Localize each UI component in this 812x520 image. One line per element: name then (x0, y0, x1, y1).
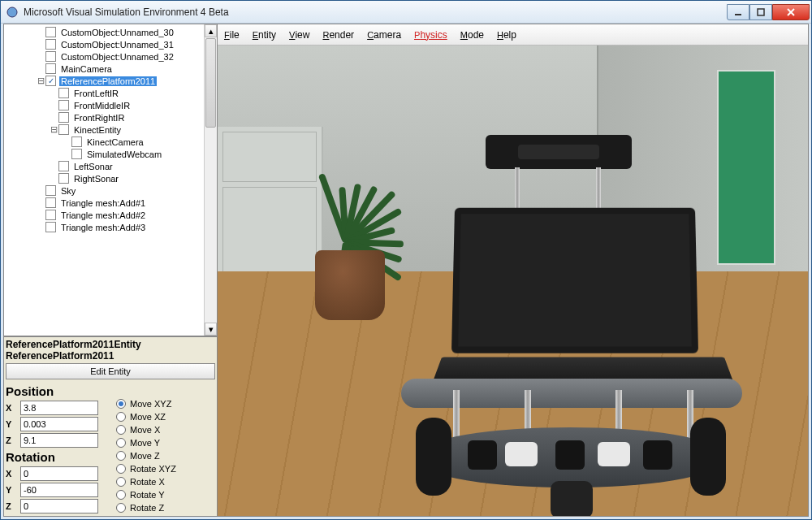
tree-item[interactable]: CustomObject:Unnamed_30 (4, 26, 217, 38)
move-mode-option[interactable]: Rotate Z (116, 501, 176, 514)
move-mode-option[interactable]: Move XZ (116, 410, 176, 423)
move-mode-option[interactable]: Move Z (116, 449, 176, 462)
move-mode-label: Move Y (130, 438, 160, 448)
sim-viewport[interactable] (218, 46, 808, 516)
menu-help[interactable]: Help (497, 29, 516, 41)
move-mode-option[interactable]: Rotate X (116, 475, 176, 488)
tree-item-label: ReferencePlatform2011 (59, 76, 157, 86)
tree-checkbox[interactable] (45, 51, 56, 62)
menu-render[interactable]: Render (322, 29, 354, 41)
tree-checkbox[interactable] (58, 161, 69, 171)
tree-item[interactable]: CustomObject:Unnamed_32 (4, 50, 217, 63)
move-mode-option[interactable]: Rotate XYZ (116, 462, 176, 475)
svg-rect-2 (758, 9, 764, 15)
radio-icon[interactable] (116, 477, 126, 487)
tree-item[interactable]: Sky (4, 184, 217, 197)
tree-checkbox[interactable] (71, 136, 82, 147)
menu-file[interactable]: File (224, 29, 240, 41)
radio-icon[interactable] (116, 399, 126, 409)
move-mode-option[interactable]: Move Y (116, 436, 176, 449)
tree-checkbox[interactable] (58, 173, 69, 184)
collapse-icon[interactable]: ⊟ (37, 76, 45, 86)
rotation-x-input[interactable] (20, 466, 98, 481)
move-mode-label: Rotate X (130, 477, 165, 487)
radio-icon[interactable] (116, 490, 126, 500)
minimize-button[interactable] (727, 4, 749, 20)
tree-checkbox[interactable] (45, 185, 56, 196)
tree-item[interactable]: Triangle mesh:Add#1 (4, 197, 217, 209)
tree-item-label: KinectEntity (72, 125, 123, 135)
collapse-icon[interactable]: ⊟ (50, 124, 58, 135)
tree-checkbox[interactable] (45, 63, 56, 74)
radio-icon[interactable] (116, 412, 126, 422)
menu-camera[interactable]: Camera (367, 29, 401, 41)
scroll-down-icon[interactable]: ▾ (205, 323, 217, 336)
tree-item[interactable]: LeftSonar (4, 160, 217, 172)
tree-checkbox[interactable] (71, 149, 82, 159)
rotation-y-input[interactable] (20, 483, 98, 497)
menu-entity[interactable]: Entity (253, 29, 276, 41)
tree-checkbox[interactable] (45, 76, 56, 86)
position-x-input[interactable] (20, 401, 98, 415)
radio-icon[interactable] (116, 464, 126, 474)
svg-point-0 (7, 7, 17, 17)
window-controls (727, 4, 810, 20)
menu-physics[interactable]: Physics (414, 29, 447, 41)
tree-checkbox[interactable] (58, 88, 69, 98)
tree-checkbox[interactable] (45, 222, 56, 232)
move-mode-label: Move XZ (130, 412, 166, 422)
move-mode-option[interactable]: Move X (116, 423, 176, 436)
tree-checkbox[interactable] (45, 39, 56, 50)
position-y-input[interactable] (20, 417, 98, 431)
tree-item[interactable]: RightSonar (4, 172, 217, 184)
radio-icon[interactable] (116, 438, 126, 448)
tree-item[interactable]: FrontRightIR (4, 111, 217, 124)
tree-checkbox[interactable] (45, 197, 56, 208)
axis-y-label: Y (6, 419, 20, 429)
radio-icon[interactable] (116, 451, 126, 461)
tree-checkbox[interactable] (45, 27, 56, 37)
properties-panel: ReferencePlatform2011Entity ReferencePla… (4, 336, 217, 516)
tree-item-label: SimulatedWebcam (85, 150, 163, 159)
menu-mode[interactable]: Mode (460, 29, 484, 41)
position-z-input[interactable] (20, 433, 98, 448)
move-mode-option[interactable]: Rotate Y (116, 488, 176, 501)
tree-item[interactable]: ⊟ReferencePlatform2011 (4, 75, 217, 87)
tree-checkbox[interactable] (58, 124, 69, 135)
close-button[interactable] (772, 4, 810, 20)
tree-item[interactable]: FrontLeftIR (4, 87, 217, 99)
move-mode-label: Rotate Y (130, 490, 165, 500)
tree-item[interactable]: Triangle mesh:Add#2 (4, 209, 217, 221)
tree-checkbox[interactable] (58, 112, 69, 123)
tree-item-label: MainCamera (59, 64, 114, 74)
rotation-z-input[interactable] (20, 499, 98, 514)
tree-item-label: FrontLeftIR (72, 89, 120, 98)
radio-icon[interactable] (116, 503, 126, 513)
edit-entity-button[interactable]: Edit Entity (6, 363, 215, 379)
tree-scrollbar[interactable]: ▴ ▾ (204, 24, 217, 336)
window-title: Microsoft Visual Simulation Environment … (24, 6, 727, 18)
radio-icon[interactable] (116, 425, 126, 435)
maximize-button[interactable] (749, 4, 772, 20)
tree-item[interactable]: CustomObject:Unnamed_31 (4, 38, 217, 50)
tree-item[interactable]: MainCamera (4, 63, 217, 75)
scroll-up-icon[interactable]: ▴ (205, 24, 217, 37)
move-mode-column: Move XYZMove XZMove XMove YMove ZRotate … (116, 383, 176, 514)
tree-item[interactable]: FrontMiddleIR (4, 99, 217, 111)
scroll-thumb[interactable] (205, 38, 216, 128)
menubar: FileEntityViewRenderCameraPhysicsModeHel… (218, 24, 808, 46)
tree-checkbox[interactable] (45, 210, 56, 220)
tree-item[interactable]: ⊟KinectEntity (4, 124, 217, 136)
tree-item[interactable]: Triangle mesh:Add#3 (4, 221, 217, 233)
tree-item-label: Triangle mesh:Add#1 (59, 198, 147, 208)
tree-item-label: Triangle mesh:Add#2 (59, 210, 147, 220)
tree-item[interactable]: KinectCamera (4, 136, 217, 148)
position-heading: Position (6, 384, 110, 398)
move-mode-option[interactable]: Move XYZ (116, 397, 176, 410)
tree-item-label: CustomObject:Unnamed_32 (59, 52, 175, 62)
menu-view[interactable]: View (289, 29, 309, 41)
axis-x-label: X (6, 469, 20, 479)
tree-checkbox[interactable] (58, 100, 69, 110)
entity-tree[interactable]: CustomObject:Unnamed_30CustomObject:Unna… (4, 24, 217, 336)
tree-item[interactable]: SimulatedWebcam (4, 148, 217, 160)
